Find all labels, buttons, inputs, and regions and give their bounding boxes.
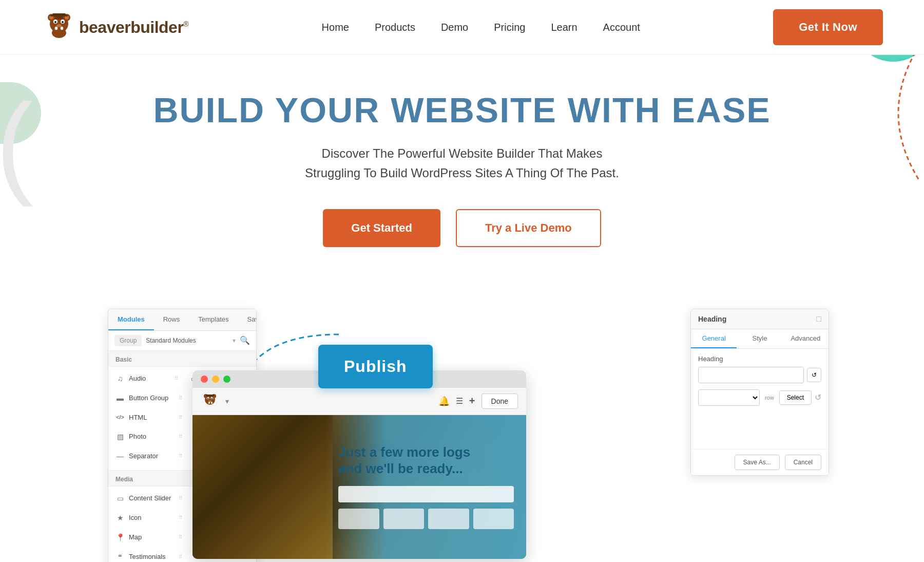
- publish-button[interactable]: Publish: [318, 345, 433, 388]
- tab-general[interactable]: General: [691, 329, 737, 348]
- tab-style[interactable]: Style: [737, 329, 782, 348]
- save-as-button[interactable]: Save As...: [735, 455, 780, 470]
- heading-dropdown-row: row Select ↺: [698, 389, 821, 406]
- logo-icon: [41, 9, 77, 45]
- overlay-input-field[interactable]: [338, 486, 514, 502]
- refresh-icon[interactable]: ↺: [815, 392, 821, 402]
- drag-handle-6[interactable]: ⠿: [179, 453, 186, 459]
- nav-pricing[interactable]: Pricing: [494, 22, 525, 33]
- item-photo[interactable]: ▨ Photo: [108, 429, 179, 444]
- map-label: Map: [129, 533, 142, 541]
- testimonials-icon: ❝: [116, 553, 125, 561]
- nav-account[interactable]: Account: [603, 22, 640, 33]
- browser-content: Just a few more logs and we'll be ready.…: [192, 415, 526, 559]
- browser-maximize-dot[interactable]: [223, 376, 230, 383]
- beaver-photo-bg: Just a few more logs and we'll be ready.…: [192, 415, 526, 559]
- drag-handle-9[interactable]: ⠿: [179, 534, 186, 540]
- item-html[interactable]: </> HTML: [108, 410, 179, 425]
- tab-saved[interactable]: Saved: [238, 309, 257, 330]
- overlay-boxes: [338, 509, 514, 529]
- separator-label: Separator: [129, 452, 158, 460]
- done-button[interactable]: Done: [482, 394, 518, 409]
- svg-rect-7: [55, 27, 57, 30]
- nav-demo[interactable]: Demo: [441, 22, 468, 33]
- hero-buttons: Get Started Try a Live Demo: [21, 209, 903, 247]
- drag-handle-8[interactable]: ⠿: [179, 515, 186, 520]
- photo-label: Photo: [129, 433, 146, 440]
- overlay-box-4: [473, 509, 514, 529]
- svg-rect-24: [211, 402, 213, 404]
- html-icon: </>: [116, 414, 125, 420]
- item-audio[interactable]: ♫ Audio: [108, 371, 175, 386]
- filter-select-text[interactable]: Standard Modules: [146, 337, 228, 344]
- live-demo-button[interactable]: Try a Live Demo: [456, 209, 601, 247]
- item-icon[interactable]: ★ Icon: [108, 510, 179, 526]
- tab-templates[interactable]: Templates: [189, 309, 238, 330]
- drag-handle-10[interactable]: ⠿: [179, 554, 186, 559]
- filter-chevron-icon: ▾: [233, 337, 236, 344]
- group-label: Group: [114, 335, 142, 346]
- svg-point-1: [52, 28, 66, 38]
- testimonials-label: Testimonials: [129, 553, 166, 560]
- heading-text-input[interactable]: [698, 367, 804, 383]
- browser-minimize-dot[interactable]: [212, 376, 219, 383]
- drag-handle-7[interactable]: ⠿: [179, 495, 186, 501]
- browser-close-dot[interactable]: [201, 376, 208, 383]
- icon-icon: ★: [116, 514, 125, 522]
- heading-field-label: Heading: [698, 355, 821, 363]
- add-plus-icon[interactable]: +: [469, 395, 475, 407]
- heading-settings-panel: Heading □ General Style Advanced Heading…: [690, 309, 829, 476]
- heading-dropdown-select[interactable]: [698, 389, 760, 406]
- svg-point-4: [54, 21, 56, 23]
- logo-text: beaverbuilder®: [79, 18, 188, 37]
- separator-icon: —: [116, 452, 125, 460]
- item-testimonials[interactable]: ❝ Testimonials: [108, 549, 179, 562]
- svg-rect-30: [205, 396, 215, 397]
- tab-modules[interactable]: Modules: [108, 309, 154, 330]
- drag-handle-5[interactable]: ⠿: [179, 434, 186, 439]
- audio-icon: ♫: [116, 374, 125, 383]
- item-separator[interactable]: — Separator: [108, 448, 179, 464]
- svg-point-20: [207, 398, 208, 399]
- search-icon[interactable]: 🔍: [240, 335, 250, 345]
- beaver-text-overlay: Just a few more logs and we'll be ready.…: [326, 415, 526, 559]
- heading-input-row: ↺: [698, 367, 821, 383]
- button-group-icon: ▬: [116, 394, 125, 402]
- select-button[interactable]: Select: [779, 390, 812, 405]
- get-started-button[interactable]: Get Started: [323, 209, 440, 247]
- drag-handle-3[interactable]: ⠿: [179, 395, 186, 401]
- drag-handle-4[interactable]: ⠿: [179, 415, 186, 420]
- overlay-title: Just a few more logs and we'll be ready.…: [338, 444, 514, 476]
- browser-beaver-logo: [201, 392, 219, 410]
- panel-close-icon[interactable]: □: [816, 314, 821, 324]
- overlay-box-2: [383, 509, 425, 529]
- svg-rect-8: [61, 27, 63, 30]
- drag-handle-1[interactable]: ⠿: [175, 376, 182, 381]
- content-slider-label: Content Slider: [129, 494, 171, 502]
- heading-refresh-button[interactable]: ↺: [807, 368, 821, 382]
- tab-advanced[interactable]: Advanced: [783, 329, 829, 348]
- svg-rect-23: [208, 402, 210, 404]
- button-group-label: Button Group: [129, 394, 168, 402]
- notification-bell-icon[interactable]: 🔔: [438, 396, 450, 407]
- icon-label: Icon: [129, 514, 142, 521]
- item-content-slider[interactable]: ▭ Content Slider: [108, 491, 179, 506]
- menu-list-icon[interactable]: ☰: [456, 396, 463, 406]
- heading-panel-footer: Save As... Cancel: [691, 449, 829, 475]
- nav-products[interactable]: Products: [375, 22, 415, 33]
- cancel-button[interactable]: Cancel: [785, 455, 821, 470]
- navbar: beaverbuilder® Home Products Demo Pricin…: [0, 0, 924, 55]
- heading-panel-title-bar: Heading □: [691, 309, 829, 329]
- get-it-now-button[interactable]: Get It Now: [773, 9, 883, 45]
- item-button-group[interactable]: ▬ Button Group: [108, 390, 179, 406]
- svg-point-5: [62, 21, 64, 23]
- nav-learn[interactable]: Learn: [551, 22, 577, 33]
- panel-tabs: Modules Rows Templates Saved: [108, 309, 256, 331]
- item-map[interactable]: 📍 Map: [108, 530, 179, 545]
- ui-demo-area: Modules Rows Templates Saved Group Stand…: [0, 309, 924, 555]
- dropdown-chevron-icon[interactable]: ▾: [225, 397, 229, 405]
- logo[interactable]: beaverbuilder®: [41, 9, 188, 45]
- tab-rows[interactable]: Rows: [154, 309, 189, 330]
- section-basic-label: Basic: [108, 351, 256, 367]
- nav-home[interactable]: Home: [322, 22, 349, 33]
